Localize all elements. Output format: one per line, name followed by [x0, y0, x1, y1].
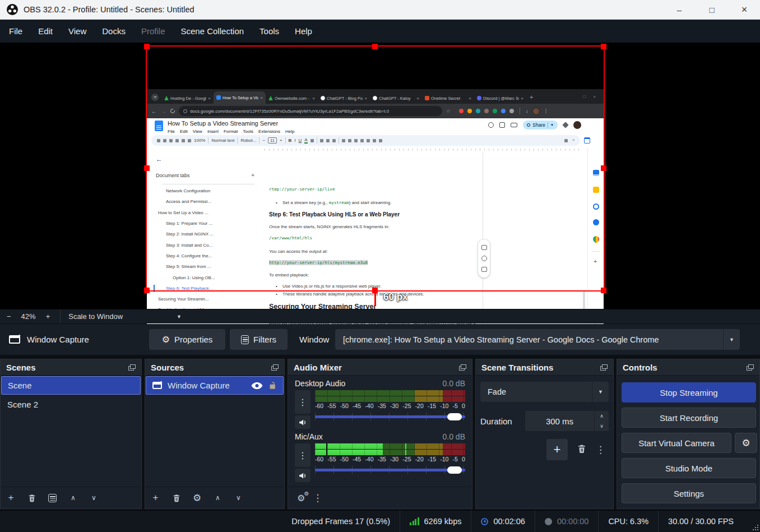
- minimize-button[interactable]: –: [666, 0, 692, 19]
- add-transition-button[interactable]: +: [546, 439, 568, 460]
- style-select[interactable]: Normal text: [211, 138, 234, 143]
- menu-item[interactable]: View: [61, 20, 94, 43]
- extension-icon[interactable]: [484, 109, 489, 113]
- reload-icon[interactable]: [170, 109, 175, 113]
- channel-options-button[interactable]: ⋮: [295, 443, 311, 467]
- zoom-out-button[interactable]: −: [0, 312, 18, 321]
- duration-down-icon[interactable]: ∨: [595, 421, 609, 431]
- extension-icon[interactable]: [509, 109, 514, 113]
- source-item[interactable]: Window Capture: [146, 376, 284, 395]
- visibility-icon[interactable]: [251, 382, 263, 390]
- calendar-panel-icon[interactable]: [584, 137, 590, 144]
- preview-canvas[interactable]: Hosting De - Google × How To Setup a Vid…: [0, 43, 760, 309]
- outline-item[interactable]: Step 1: Prepare Your ...: [151, 218, 259, 229]
- extension-icon[interactable]: [476, 109, 480, 113]
- menu-item[interactable]: Profile: [133, 20, 173, 43]
- browser-tab[interactable]: Discord | @Marc Sch ×: [474, 92, 526, 104]
- search-icon[interactable]: [157, 139, 160, 142]
- docs-menu-item[interactable]: File: [168, 129, 175, 134]
- address-bar[interactable]: docs.google.com/document/d/12Ff735z00RYn…: [179, 106, 442, 116]
- remove-scene-button[interactable]: [21, 493, 42, 503]
- scale-mode-select[interactable]: Scale to Window: [61, 312, 131, 321]
- tasks-icon[interactable]: [593, 203, 599, 210]
- comments-icon[interactable]: [499, 122, 505, 128]
- document-title[interactable]: How To Setup a Video Streaming Server: [168, 120, 278, 127]
- docs-profile-avatar[interactable]: [573, 121, 581, 129]
- properties-button[interactable]: ⚙ Properties: [149, 329, 225, 350]
- bullet-list-icon[interactable]: [360, 139, 364, 142]
- indent-icon[interactable]: [373, 139, 376, 142]
- volume-slider-handle[interactable]: [447, 466, 462, 474]
- maximize-button[interactable]: □: [699, 0, 725, 19]
- start-recording-button[interactable]: Start Recording: [622, 408, 756, 428]
- font-size-value[interactable]: 11: [268, 137, 277, 144]
- chrome-menu-icon[interactable]: ⋮: [544, 108, 549, 114]
- scene-item[interactable]: Scene: [1, 376, 141, 395]
- remove-transition-button[interactable]: [577, 443, 587, 456]
- dock-popout-icon[interactable]: [600, 364, 608, 371]
- source-properties-button[interactable]: ⚙: [187, 492, 207, 504]
- docs-menu-item[interactable]: Help: [285, 129, 294, 134]
- add-scene-button[interactable]: +: [1, 492, 21, 503]
- docs-menu-item[interactable]: Format: [224, 129, 238, 134]
- window-select[interactable]: [chrome.exe]: How To Setup a Video Strea…: [335, 329, 740, 350]
- extension-icon[interactable]: [467, 109, 472, 113]
- link-icon[interactable]: [320, 139, 323, 142]
- volume-slider[interactable]: [315, 464, 465, 477]
- duration-up-icon[interactable]: ∧: [595, 411, 609, 421]
- advanced-audio-button[interactable]: ⚙: [297, 493, 305, 503]
- mute-button[interactable]: [295, 415, 311, 429]
- line-spacing-icon[interactable]: [348, 139, 351, 142]
- emoji-reaction-icon[interactable]: [481, 256, 487, 261]
- clear-format-icon[interactable]: [379, 139, 382, 142]
- calendar-icon[interactable]: [593, 170, 599, 176]
- resize-handle-bottom-right[interactable]: [601, 288, 606, 293]
- maps-icon[interactable]: [592, 235, 601, 244]
- add-addon-icon[interactable]: +: [594, 258, 597, 265]
- resize-handle-top-right[interactable]: [601, 44, 606, 49]
- add-comment-icon[interactable]: [326, 139, 330, 142]
- menu-item[interactable]: Help: [287, 20, 320, 43]
- suggest-edits-icon[interactable]: [481, 267, 487, 272]
- zoom-select[interactable]: 100%: [194, 138, 205, 143]
- spellcheck-icon[interactable]: [182, 139, 185, 142]
- move-source-up-button[interactable]: ∧: [207, 494, 228, 502]
- outline-item[interactable]: Securing Your Streamin...: [151, 294, 259, 304]
- resize-handle-right[interactable]: [601, 165, 606, 171]
- browser-tab[interactable]: Hosting De - Google ×: [161, 92, 214, 104]
- outline-item[interactable]: Step 5: Stream from ...: [151, 261, 259, 272]
- docs-menu-item[interactable]: Edit: [180, 129, 188, 134]
- version-history-icon[interactable]: [488, 122, 494, 128]
- start-virtual-camera-button[interactable]: Start Virtual Camera: [622, 433, 731, 453]
- align-icon[interactable]: [342, 139, 345, 142]
- menu-item[interactable]: Docks: [94, 20, 133, 43]
- italic-button[interactable]: I: [294, 138, 295, 143]
- redo-icon[interactable]: [169, 139, 173, 142]
- tab-close-icon[interactable]: ×: [260, 95, 263, 100]
- tab-search-icon[interactable]: [151, 94, 159, 101]
- tab-close-icon[interactable]: ×: [416, 96, 419, 101]
- font-select[interactable]: Robot...: [240, 138, 256, 143]
- menu-item[interactable]: Scene Collection: [173, 20, 252, 43]
- add-comment-icon[interactable]: [481, 245, 487, 250]
- chrome-maximize-icon[interactable]: □: [583, 94, 586, 99]
- transition-options-button[interactable]: ⋮: [596, 444, 605, 456]
- add-source-button[interactable]: +: [145, 492, 166, 503]
- outline-item[interactable]: Step 3: Install and Co...: [151, 239, 259, 250]
- menu-item[interactable]: File: [1, 20, 30, 43]
- print-icon[interactable]: [175, 139, 179, 142]
- browser-tab[interactable]: Onetime Secret ×: [422, 92, 474, 104]
- zoom-in-button[interactable]: +: [39, 312, 57, 321]
- outline-item[interactable]: Option 1: Using OB...: [151, 272, 259, 283]
- resize-handle-top-left[interactable]: [144, 44, 150, 49]
- settings-button[interactable]: Settings: [622, 483, 756, 503]
- share-button[interactable]: Share ▼: [523, 121, 558, 129]
- resize-handle-bottom-left[interactable]: [144, 288, 150, 293]
- browser-tab[interactable]: ChatGPT - Blog Post ×: [318, 92, 370, 104]
- numbered-list-icon[interactable]: [367, 139, 370, 142]
- extension-icon[interactable]: [493, 109, 497, 113]
- docs-menu-item[interactable]: Extensions: [258, 129, 280, 134]
- mixer-options-button[interactable]: ⋮: [313, 492, 322, 504]
- duration-spinbox[interactable]: 300 ms ∧ ∨: [525, 411, 609, 431]
- tab-close-icon[interactable]: ×: [364, 96, 367, 101]
